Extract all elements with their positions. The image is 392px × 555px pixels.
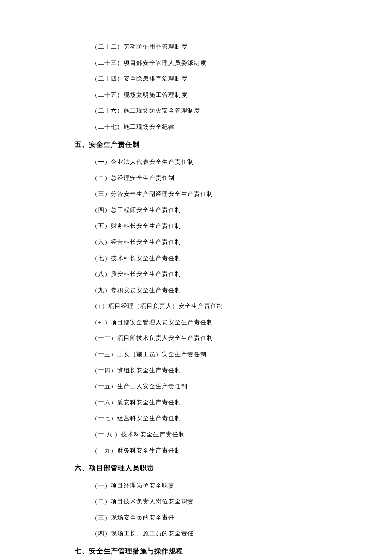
list-item: （四）现场工长、施工员的安全责任: [92, 529, 317, 538]
list-item: （六）经营科长安全生产责任制: [92, 238, 317, 247]
list-item: （十四）班组长安全生产责任制: [92, 366, 317, 375]
list-item: （二十五）现场文明施工管理制度: [92, 91, 317, 99]
list-item: （二十二）劳动防护用品管理制度: [92, 43, 317, 51]
section-heading-5: 五、安全生产责任制: [75, 140, 317, 149]
list-item: （九）专职安员安全生产责任制: [92, 286, 317, 295]
list-item: （二十四）安全隐患排查治理制度: [92, 75, 317, 83]
list-item: （+）项目经理（项目负责人）安全生产责任制: [92, 302, 317, 311]
list-item: （一）企业法人代表安全生产责任制: [92, 158, 317, 166]
list-item: （二十三）项目部安全管理人员委派制度: [92, 59, 317, 67]
list-item: （四）总工程师安全生产责任制: [92, 206, 317, 215]
section-heading-6: 六、项目部管理人员职责: [75, 463, 317, 473]
document-content: （二十二）劳动防护用品管理制度 （二十三）项目部安全管理人员委派制度 （二十四）…: [75, 43, 317, 555]
list-item: （十二）项目部技术负责人安全生产责任制: [92, 334, 317, 343]
list-item: （十六）质安科安全生产责任制: [92, 398, 317, 407]
list-item: （二）项目技术负责人岗位安全职责: [92, 497, 317, 506]
section-heading-7: 七、安全生产管理措施与操作规程: [75, 546, 317, 555]
list-item: （十九）财务科安全生产责任制: [92, 447, 317, 455]
list-item: （二）总经理安全生产责任制: [92, 174, 317, 183]
list-item: （+-）项目部安全管理人员安全生产责任制: [92, 318, 317, 327]
list-item: （二十六）施工现场防火安全管理制度: [92, 107, 317, 115]
list-item: （五）财务科长安全生产责任制: [92, 222, 317, 230]
list-item: （一）项目经理岗位安全职责: [92, 482, 317, 490]
list-item: （十五）生产工人安全生产责任制: [92, 382, 317, 391]
list-item: （七）技术科长安全生产责任制: [92, 254, 317, 263]
list-item: （三）分管安全生产副经理安全生产责任制: [92, 190, 317, 198]
list-item: （三）现场安全员的安全责任: [92, 514, 317, 522]
list-item: （八）质安科长安全生产责任制: [92, 270, 317, 279]
list-item: （十三）工长（施工员）安全生产责任制: [92, 350, 317, 359]
list-item: （二十七）施工现场安全纪律: [92, 123, 317, 131]
list-item: （十 八 ）技术科安全生产责任制: [92, 430, 317, 439]
list-item: （十七）经营科安全生产责任制: [92, 414, 317, 423]
